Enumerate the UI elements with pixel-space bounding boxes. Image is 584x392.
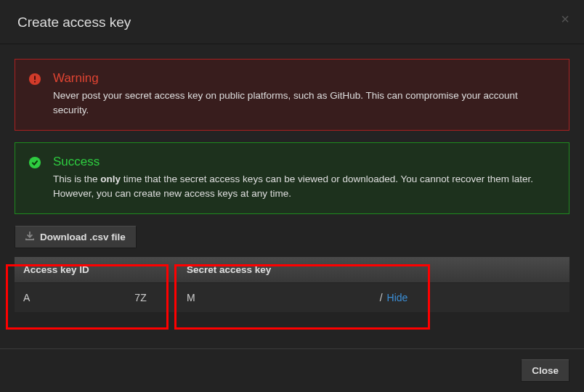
- download-csv-label: Download .csv file: [40, 232, 126, 242]
- secret-key-suffix: /: [380, 292, 383, 303]
- modal-footer: Close: [0, 348, 584, 392]
- col-header-id: Access key ID: [15, 257, 178, 282]
- success-content: Success This is the only time that the s…: [53, 155, 556, 200]
- svg-point-3: [29, 157, 41, 168]
- warning-alert: Warning Never post your secret access ke…: [15, 59, 569, 131]
- close-button-label: Close: [532, 365, 559, 376]
- table-header: Access key ID Secret access key: [15, 257, 569, 283]
- modal-body: Warning Never post your secret access ke…: [0, 44, 584, 312]
- success-text-post: time that the secret access keys can be …: [53, 173, 533, 199]
- warning-text: Never post your secret access key on pub…: [53, 89, 556, 117]
- modal-header: Create access key ×: [0, 0, 584, 44]
- success-alert: Success This is the only time that the s…: [15, 142, 569, 214]
- success-title: Success: [53, 155, 556, 169]
- warning-content: Warning Never post your secret access ke…: [53, 71, 556, 117]
- svg-rect-1: [34, 76, 36, 80]
- download-row: Download .csv file: [15, 226, 569, 248]
- access-key-id-redacted: [31, 293, 133, 303]
- close-button[interactable]: Close: [521, 359, 569, 382]
- access-key-id-prefix: A: [23, 292, 30, 303]
- warning-icon: [28, 73, 41, 86]
- secret-key-redacted: [197, 293, 378, 303]
- secret-key-prefix: M: [187, 292, 195, 303]
- access-key-id-suffix: 7Z: [134, 292, 146, 303]
- access-key-id-cell: A 7Z: [15, 290, 178, 305]
- success-text-bold: only: [100, 173, 121, 184]
- download-csv-button[interactable]: Download .csv file: [15, 226, 137, 248]
- table-row: A 7Z M / Hide: [15, 283, 569, 312]
- modal-title: Create access key: [17, 15, 567, 30]
- create-access-key-modal: Create access key × Warning Never post y…: [0, 0, 584, 392]
- success-text-pre: This is the: [53, 173, 100, 184]
- warning-title: Warning: [53, 71, 556, 86]
- hide-secret-link[interactable]: Hide: [387, 292, 408, 303]
- success-icon: [28, 156, 41, 169]
- download-icon: [25, 232, 34, 242]
- close-icon[interactable]: ×: [561, 12, 569, 26]
- access-key-table: Access key ID Secret access key A 7Z M /…: [15, 257, 569, 312]
- svg-rect-2: [34, 81, 36, 83]
- secret-key-cell: M / Hide: [178, 290, 569, 305]
- col-header-secret: Secret access key: [178, 257, 569, 282]
- success-text: This is the only time that the secret ac…: [53, 172, 556, 200]
